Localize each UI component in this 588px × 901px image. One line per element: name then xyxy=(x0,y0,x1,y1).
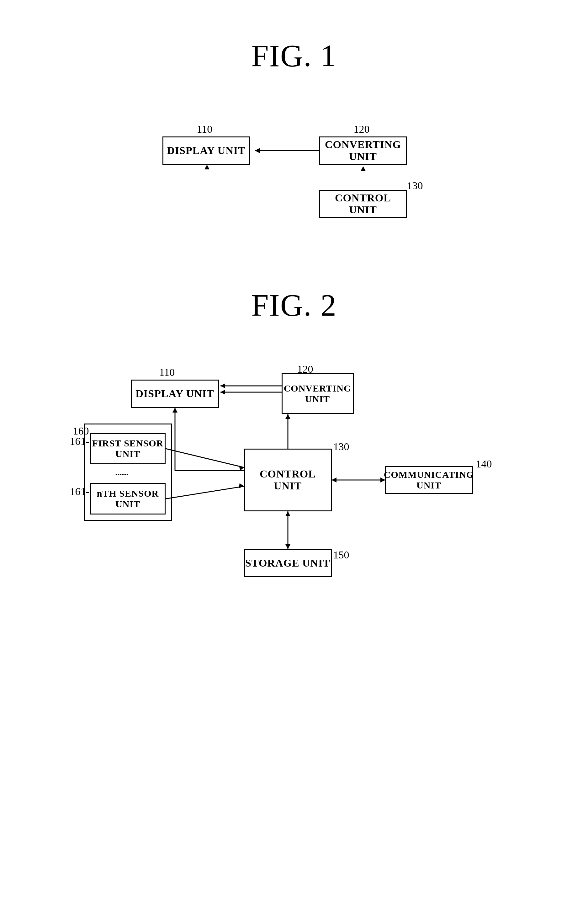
fig2-communicating-box: COMMUNICATING UNIT xyxy=(385,466,473,494)
fig1-title: FIG. 1 xyxy=(251,37,337,74)
fig2-nth-sensor-box: nTH SENSOR UNIT xyxy=(90,483,166,514)
svg-marker-25 xyxy=(332,477,336,483)
svg-marker-5 xyxy=(204,165,210,169)
svg-marker-20 xyxy=(239,483,244,488)
fig1-section: FIG. 1 110 120 130 DISPLAY UNIT CONVERTI… xyxy=(0,19,588,237)
svg-marker-11 xyxy=(221,390,225,394)
fig2-first-sensor-box: FIRST SENSOR UNIT xyxy=(90,433,166,464)
fig1-ref-converting: 120 xyxy=(354,123,370,135)
fig1-arrows xyxy=(106,111,482,237)
fig2-control-box: CONTROL UNIT xyxy=(244,449,332,511)
fig2-ref-control: 130 xyxy=(333,441,349,453)
svg-marker-9 xyxy=(221,383,225,388)
svg-marker-18 xyxy=(239,466,244,471)
fig1-diagram-container: 110 120 130 DISPLAY UNIT CONVERTING UNIT… xyxy=(106,111,482,237)
fig2-ref-communicating: 140 xyxy=(476,458,492,470)
fig1-control-box: CONTROL UNIT xyxy=(319,190,407,218)
fig1-converting-box: CONVERTING UNIT xyxy=(319,136,407,165)
fig2-ref-storage: 150 xyxy=(333,549,349,561)
fig2-converting-box: CONVERTING UNIT xyxy=(282,373,354,414)
fig2-display-box: DISPLAY UNIT xyxy=(131,380,219,408)
fig1-ref-control: 130 xyxy=(407,180,423,192)
fig1-diagram: 110 120 130 DISPLAY UNIT CONVERTING UNIT… xyxy=(106,111,482,237)
fig2-section: FIG. 2 110 120 130 140 150 160 161-1 161… xyxy=(0,237,588,612)
svg-marker-22 xyxy=(285,544,290,549)
svg-marker-23 xyxy=(285,511,290,516)
fig2-ref-display: 110 xyxy=(159,366,175,378)
fig1-display-box: DISPLAY UNIT xyxy=(162,136,250,165)
fig2-diagram-container: 110 120 130 140 150 160 161-1 161-n ....… xyxy=(90,361,498,612)
page: FIG. 1 110 120 130 DISPLAY UNIT CONVERTI… xyxy=(0,0,588,901)
fig2-storage-box: STORAGE UNIT xyxy=(244,549,332,577)
fig2-title: FIG. 2 xyxy=(251,287,337,323)
svg-marker-16 xyxy=(173,408,177,413)
svg-line-19 xyxy=(166,486,244,499)
svg-marker-1 xyxy=(255,148,260,153)
fig2-diagram: 110 120 130 140 150 160 161-1 161-n ....… xyxy=(90,361,498,612)
fig2-dots: ...... xyxy=(115,468,129,477)
svg-marker-7 xyxy=(361,166,366,171)
svg-line-17 xyxy=(166,449,244,468)
fig1-ref-display: 110 xyxy=(197,123,213,135)
svg-marker-13 xyxy=(285,414,290,419)
